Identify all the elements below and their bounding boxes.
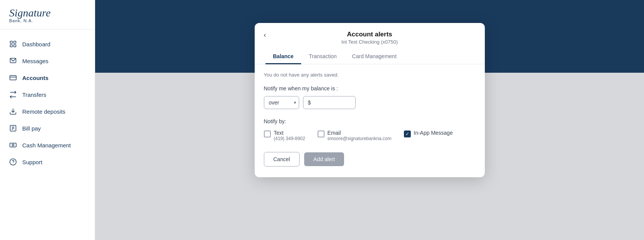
dashboard-icon (9, 40, 17, 48)
sidebar-item-remote-deposits[interactable]: Remote deposits (0, 103, 95, 120)
modal-body: You do not have any alerts saved. Notify… (255, 64, 485, 177)
modal-footer: Cancel Add alert (264, 152, 476, 167)
svg-point-14 (10, 159, 16, 165)
sidebar-item-accounts-label: Accounts (22, 75, 48, 81)
sidebar-item-accounts[interactable]: Accounts (0, 69, 95, 86)
svg-rect-5 (10, 75, 16, 80)
email-option-detail: smoore@signaturebankna.com (328, 136, 392, 141)
amount-input[interactable] (312, 100, 351, 106)
sidebar-item-cash-management[interactable]: Cash Management (0, 137, 95, 153)
main-content: ‹ Account alerts Int Test Checking (x075… (95, 0, 644, 240)
notify-balance-label: Notify me when my balance is : (264, 85, 476, 91)
svg-point-13 (12, 144, 14, 146)
modal-tabs: Balance Transaction Card Management (264, 49, 476, 64)
cancel-button[interactable]: Cancel (264, 152, 300, 167)
svg-rect-12 (10, 143, 16, 147)
svg-rect-1 (14, 41, 16, 44)
tab-transaction[interactable]: Transaction (301, 49, 344, 64)
notify-option-email: Email smoore@signaturebankna.com (318, 130, 392, 141)
modal-title: Account alerts (264, 31, 476, 38)
text-checkbox[interactable] (264, 131, 271, 137)
no-alerts-text: You do not have any alerts saved. (264, 72, 476, 78)
notify-option-in-app: In-App Message (404, 130, 453, 137)
sidebar-item-transfers-label: Transfers (22, 91, 46, 98)
email-option-label: Email (328, 130, 392, 136)
bill-pay-icon (9, 124, 17, 132)
tab-card-management[interactable]: Card Management (344, 49, 404, 64)
sidebar-item-bill-pay[interactable]: Bill pay (0, 120, 95, 137)
sidebar-item-bill-pay-label: Bill pay (22, 125, 41, 132)
logo-brand: Signature (9, 8, 86, 18)
modal-subtitle: Int Test Checking (x0750) (264, 39, 476, 45)
sidebar-item-dashboard-label: Dashboard (22, 41, 50, 47)
tab-balance[interactable]: Balance (265, 49, 301, 64)
cash-management-icon (9, 141, 17, 149)
back-button[interactable]: ‹ (261, 30, 269, 40)
logo-tagline: Bank, N.A. (9, 18, 86, 23)
text-option-detail: (419) 349-8902 (274, 136, 305, 141)
balance-row: over under equal to ▾ $ (264, 96, 476, 109)
svg-rect-0 (10, 41, 13, 44)
over-under-select-wrapper: over under equal to ▾ (264, 96, 299, 109)
svg-rect-2 (10, 45, 13, 47)
sidebar-item-remote-deposits-label: Remote deposits (22, 108, 66, 115)
sidebar: Signature Bank, N.A. Dashboard Messages … (0, 0, 95, 240)
transfers-icon (9, 91, 17, 98)
notify-by-label: Notify by: (264, 118, 476, 124)
account-alerts-modal: ‹ Account alerts Int Test Checking (x075… (255, 23, 485, 177)
amount-input-wrapper: $ (303, 96, 356, 109)
in-app-checkbox[interactable] (404, 131, 411, 137)
accounts-icon (9, 74, 17, 82)
main-body: ‹ Account alerts Int Test Checking (x075… (95, 73, 644, 240)
support-icon (9, 158, 17, 166)
notify-options: Text (419) 349-8902 Email smoore@signatu… (264, 130, 476, 141)
in-app-option-label: In-App Message (414, 130, 453, 136)
modal-header: ‹ Account alerts Int Test Checking (x075… (255, 23, 485, 64)
sidebar-item-messages-label: Messages (22, 58, 48, 64)
email-checkbox[interactable] (318, 131, 324, 137)
sidebar-item-cash-management-label: Cash Management (22, 142, 71, 149)
notify-option-text: Text (419) 349-8902 (264, 130, 305, 141)
svg-rect-3 (14, 45, 16, 47)
text-option-label: Text (274, 130, 305, 136)
dollar-sign: $ (308, 100, 311, 106)
remote-deposits-icon (9, 108, 17, 115)
sidebar-nav: Dashboard Messages Accounts Transfers (0, 29, 95, 240)
sidebar-item-messages[interactable]: Messages (0, 52, 95, 69)
sidebar-logo: Signature Bank, N.A. (0, 0, 95, 29)
add-alert-button[interactable]: Add alert (304, 152, 344, 166)
over-under-select[interactable]: over under equal to (264, 96, 299, 109)
sidebar-item-dashboard[interactable]: Dashboard (0, 36, 95, 52)
sidebar-item-support-label: Support (22, 159, 43, 165)
sidebar-item-transfers[interactable]: Transfers (0, 86, 95, 103)
messages-icon (9, 57, 17, 65)
sidebar-item-support[interactable]: Support (0, 153, 95, 170)
modal-overlay: ‹ Account alerts Int Test Checking (x075… (95, 19, 644, 240)
